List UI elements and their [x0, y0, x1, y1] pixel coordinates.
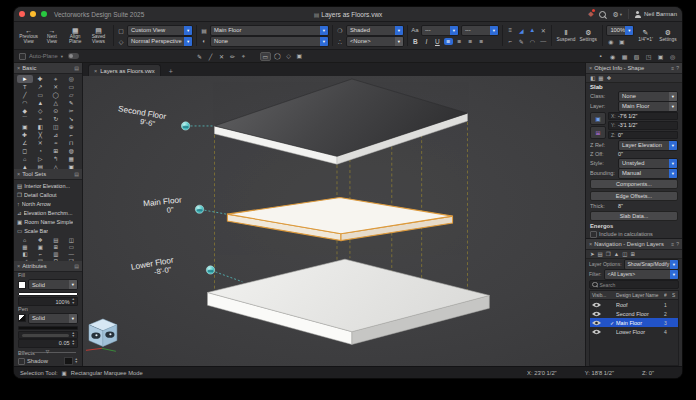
- tool-icon[interactable]: ╱: [17, 91, 33, 99]
- layer-options-dropdown[interactable]: Show/Snap/Modify Others▾: [624, 259, 679, 270]
- minimize-window-button[interactable]: [30, 11, 36, 17]
- x-position-field[interactable]: X:-7'6 1/2": [608, 112, 678, 120]
- next-view-button[interactable]: →Next View: [40, 23, 63, 48]
- tool-icon[interactable]: ✕: [48, 83, 64, 91]
- stepper-icon[interactable]: ▲▼: [75, 358, 78, 364]
- align-center-button[interactable]: ≡: [455, 38, 464, 45]
- z-position-field[interactable]: Z:0": [608, 131, 678, 139]
- snap-icon-4[interactable]: —: [539, 38, 548, 44]
- anchor-grid-button[interactable]: ⊞: [590, 126, 606, 139]
- tool-icon[interactable]: ▣: [295, 52, 304, 61]
- edge-offsets-button[interactable]: Edge Offsets...: [590, 191, 678, 201]
- style-dropdown[interactable]: Unstyled▾: [618, 158, 678, 169]
- tool-icon[interactable]: ◎: [64, 75, 80, 83]
- help-icon[interactable]: ?: [676, 241, 679, 247]
- fill-style-dropdown[interactable]: Solid▾: [28, 279, 78, 290]
- tool-icon[interactable]: ▷: [33, 155, 49, 163]
- tool-icon[interactable]: ▦: [620, 53, 629, 60]
- tool-icon[interactable]: ✚: [33, 75, 49, 83]
- second-floor-slab[interactable]: [214, 79, 467, 164]
- close-icon[interactable]: ×: [589, 241, 592, 247]
- tool-icon[interactable]: —: [64, 250, 80, 257]
- align-left-button[interactable]: ≡: [444, 38, 453, 45]
- updates-icon[interactable]: ◆: [588, 10, 593, 18]
- tool-icon[interactable]: ❖: [606, 75, 611, 81]
- tool-icon[interactable]: ◯: [48, 91, 64, 99]
- components-button[interactable]: Components...: [590, 179, 678, 189]
- tool-icon[interactable]: ▭: [64, 83, 80, 91]
- tool-icon[interactable]: ▭: [260, 52, 271, 61]
- constraint-icon-4[interactable]: ✕: [539, 27, 548, 34]
- design-layer-row[interactable]: ✓Main Floor3: [590, 318, 678, 327]
- stepper-icon[interactable]: ▲▼: [72, 298, 75, 304]
- navigation-palette-header[interactable]: × Navigation - Design Layers ≡ ?: [586, 239, 682, 250]
- visibility-eye-icon[interactable]: [590, 329, 608, 335]
- layer-dropdown[interactable]: Main Floor▾: [618, 101, 678, 112]
- current-view-dropdown[interactable]: Custom View▾: [127, 25, 193, 36]
- tool-icon[interactable]: ❐: [606, 251, 611, 257]
- tool-icon[interactable]: ⊙: [48, 107, 64, 115]
- tool-icon[interactable]: T: [17, 83, 33, 91]
- snap-icon-3[interactable]: ◠: [528, 38, 537, 45]
- snap-icon-2[interactable]: ✎: [517, 38, 526, 45]
- active-class-dropdown[interactable]: None▾: [210, 36, 329, 47]
- saved-views-button[interactable]: ▤Saved Views: [87, 23, 110, 48]
- plane-mode-toggle[interactable]: [68, 53, 79, 59]
- fill-opacity-field[interactable]: 100%▲▼: [18, 297, 78, 305]
- projection-icon[interactable]: ◇: [117, 38, 125, 45]
- pen-color-bar[interactable]: [18, 326, 78, 330]
- tool-icon[interactable]: △: [48, 99, 64, 107]
- tool-icon[interactable]: ⌂: [17, 236, 33, 243]
- main-floor-slab[interactable]: [227, 197, 452, 240]
- close-icon[interactable]: ×: [17, 171, 20, 177]
- active-layer-dropdown[interactable]: Main Floor▾: [210, 25, 329, 36]
- layer-search-input[interactable]: Search: [589, 280, 679, 289]
- tool-icon[interactable]: ◇: [33, 107, 49, 115]
- fill-swatch[interactable]: [18, 281, 26, 289]
- underline-button[interactable]: U: [433, 38, 442, 45]
- shadow-checkbox[interactable]: [18, 358, 25, 365]
- tool-icon[interactable]: ✎: [64, 99, 80, 107]
- tool-icon[interactable]: ⌐: [64, 131, 80, 139]
- tool-icon[interactable]: ↰: [48, 155, 64, 163]
- tool-icon[interactable]: ◠: [17, 99, 33, 107]
- tool-icon[interactable]: ◔: [33, 147, 49, 155]
- tool-icon[interactable]: ✕: [217, 53, 226, 60]
- font-size-dropdown[interactable]: ---▾: [461, 25, 499, 36]
- align-plane-button[interactable]: ▦Align Plane: [64, 23, 87, 48]
- tool-icon[interactable]: ◉: [608, 53, 617, 60]
- tool-icon[interactable]: ✎: [195, 53, 204, 60]
- align-right-button[interactable]: ≡: [466, 38, 475, 45]
- view-cube[interactable]: [86, 319, 117, 351]
- tool-icon[interactable]: ▭: [33, 91, 49, 99]
- palette-menu-icon[interactable]: ▤: [74, 65, 79, 71]
- filter-dropdown[interactable]: <All Layers>▾: [604, 269, 680, 280]
- zoom-level-dropdown[interactable]: 100%▾: [606, 25, 634, 36]
- line-weight-field[interactable]: 0.05▲▼: [18, 339, 78, 347]
- suspend-button[interactable]: ⅡSuspend: [555, 23, 577, 48]
- tool-icon[interactable]: ✂: [64, 107, 80, 115]
- projection-dropdown[interactable]: Normal Perspective▾: [127, 36, 193, 47]
- tool-icon[interactable]: ↗: [33, 83, 49, 91]
- drawing-canvas[interactable]: Second Floor 9'-6" Main Floor 0" Lower F…: [83, 76, 585, 366]
- tool-icon[interactable]: ⌖: [48, 75, 64, 83]
- tool-icon[interactable]: ◧: [590, 75, 595, 81]
- palette-menu-icon[interactable]: ▤: [74, 263, 79, 269]
- opacity-slider[interactable]: ▽: [20, 348, 76, 350]
- account-settings[interactable]: ⚙ ▾: [612, 11, 622, 18]
- object-info-header[interactable]: × Object Info - Shape ≡ ?: [586, 63, 682, 74]
- tool-icon[interactable]: ◻: [17, 147, 33, 155]
- tool-icon[interactable]: ◇: [284, 52, 293, 61]
- close-icon[interactable]: ×: [17, 65, 20, 71]
- text-style-icon[interactable]: Aa: [411, 27, 419, 33]
- tool-icon[interactable]: ◎: [668, 53, 677, 60]
- constraint-icon-2[interactable]: ◢: [517, 27, 526, 34]
- line-type-field[interactable]: ▲▼: [18, 331, 78, 339]
- tool-icon[interactable]: ◫: [622, 251, 627, 257]
- tool-icon[interactable]: ▥: [48, 250, 64, 257]
- tool-icon[interactable]: ◳: [644, 53, 653, 60]
- tool-icon[interactable]: ▣: [17, 123, 33, 131]
- bold-button[interactable]: B: [411, 38, 420, 45]
- tool-icon[interactable]: ↻: [48, 115, 64, 123]
- tool-icon[interactable]: ⌐: [33, 250, 49, 257]
